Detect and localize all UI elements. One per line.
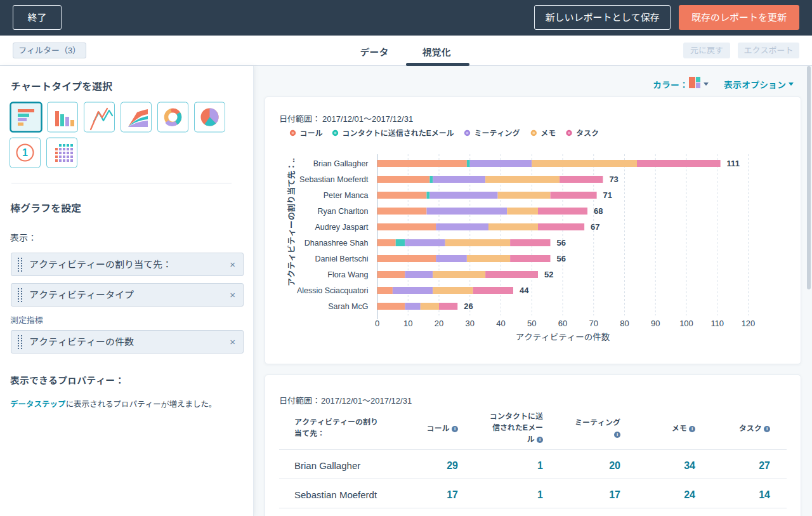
- svg-text:タスク: タスク: [576, 129, 599, 138]
- svg-text:1: 1: [22, 147, 28, 158]
- svg-text:Ryan Charlton: Ryan Charlton: [318, 207, 369, 216]
- svg-text:100: 100: [679, 319, 693, 328]
- svg-text:90: 90: [651, 319, 660, 328]
- svg-text:アクティビティーの件数: アクティビティーの件数: [516, 333, 610, 342]
- svg-text:68: 68: [594, 206, 603, 216]
- svg-text:70: 70: [589, 319, 598, 328]
- svg-text:40: 40: [496, 319, 505, 328]
- svg-text:56: 56: [557, 254, 566, 263]
- svg-text:Daniel Bertschi: Daniel Bertschi: [315, 255, 368, 263]
- svg-text:26: 26: [464, 301, 473, 311]
- svg-text:アクティビティーの割り当て先：..: アクティビティーの割り当て先：..: [287, 158, 296, 286]
- svg-text:日付範囲：: 日付範囲：: [279, 114, 320, 124]
- svg-text:Flora Wang: Flora Wang: [327, 270, 368, 279]
- svg-text:Dhanashree Shah: Dhanashree Shah: [304, 239, 369, 248]
- svg-text:Brian Gallagher: Brian Gallagher: [313, 159, 369, 168]
- svg-text:0: 0: [375, 319, 379, 328]
- svg-text:2017/12/01〜2017/12/31: 2017/12/01〜2017/12/31: [322, 114, 413, 124]
- svg-text:10: 10: [403, 319, 412, 328]
- svg-text:73: 73: [609, 175, 618, 184]
- svg-text:Audrey Jaspart: Audrey Jaspart: [315, 223, 369, 232]
- svg-text:20: 20: [435, 319, 443, 328]
- svg-text:44: 44: [520, 286, 529, 295]
- svg-text:Peter Manca: Peter Manca: [324, 191, 369, 200]
- svg-text:71: 71: [603, 190, 612, 200]
- svg-text:メモ: メモ: [540, 129, 556, 138]
- svg-text:52: 52: [544, 270, 553, 279]
- svg-text:ミーティング: ミーティング: [475, 129, 520, 138]
- svg-text:110: 110: [710, 319, 724, 328]
- svg-text:Sarah McG: Sarah McG: [328, 302, 368, 311]
- svg-text:111: 111: [727, 159, 740, 168]
- svg-text:Alessio Sciacquatori: Alessio Sciacquatori: [297, 286, 369, 295]
- svg-text:コンタクトに送信されたEメール: コンタクトに送信されたEメール: [343, 129, 454, 138]
- svg-text:コール: コール: [300, 129, 323, 138]
- svg-text:50: 50: [527, 319, 536, 328]
- svg-text:67: 67: [591, 222, 599, 232]
- svg-text:Sebastian Moeferdt: Sebastian Moeferdt: [299, 175, 369, 184]
- svg-text:30: 30: [466, 319, 475, 328]
- svg-text:60: 60: [558, 319, 567, 328]
- svg-text:120: 120: [742, 319, 756, 328]
- svg-text:56: 56: [557, 238, 566, 248]
- svg-text:80: 80: [620, 319, 629, 328]
